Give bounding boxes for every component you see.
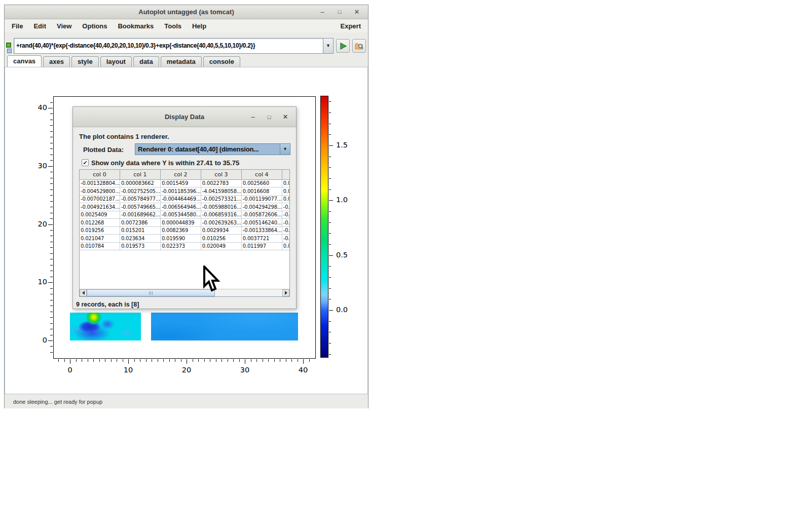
table-cell: 0.0025660 xyxy=(241,179,282,187)
menu-help[interactable]: Help xyxy=(192,22,206,30)
tick-mark xyxy=(50,247,53,248)
table-row[interactable]: 0.0025409-0.001689662...-0.005344580...-… xyxy=(80,211,290,219)
tick-mark xyxy=(286,359,286,362)
table-row[interactable]: -0.001328804...0.0000836620.00154590.002… xyxy=(80,179,290,187)
table-row[interactable]: -0.007002187...-0.005784977...-0.0044644… xyxy=(80,195,290,203)
scroll-right-icon[interactable] xyxy=(282,289,289,296)
colorbar-label: 1.0 xyxy=(336,196,353,204)
inspect-uri-button[interactable] xyxy=(352,39,366,53)
tab-metadata[interactable]: metadata xyxy=(161,56,202,67)
table-cell: 0.000044839 xyxy=(160,219,201,227)
tick-mark xyxy=(329,178,331,179)
table-row[interactable]: 0.0192560.0152010.00823690.0029934-0.001… xyxy=(80,226,290,235)
table-cell: 0.0016608 xyxy=(241,187,282,196)
table-row[interactable]: 0.0210470.0236340.0195900.0102560.003772… xyxy=(80,235,290,243)
close-icon[interactable]: ✕ xyxy=(352,5,362,19)
tab-axes[interactable]: axes xyxy=(43,56,70,67)
tab-layout[interactable]: layout xyxy=(100,56,132,67)
tick-mark xyxy=(329,266,331,267)
menu-view[interactable]: View xyxy=(57,22,71,30)
table-row[interactable]: -0.004921634...-0.005749665...-0.0065649… xyxy=(80,203,290,211)
menu-file[interactable]: File xyxy=(12,22,23,30)
tab-data[interactable]: data xyxy=(133,56,159,67)
horizontal-scrollbar[interactable] xyxy=(80,289,289,296)
tab-style[interactable]: style xyxy=(71,56,99,67)
table-cell: 0.020049 xyxy=(201,242,241,250)
plotted-data-label: Plotted Data: xyxy=(83,146,124,154)
table-cell: 0.00 xyxy=(282,187,290,196)
menu-edit[interactable]: Edit xyxy=(33,22,46,30)
table-cell: 0.0022783 xyxy=(201,179,241,187)
tick-mark xyxy=(99,359,100,362)
tick-mark xyxy=(50,329,53,329)
plotted-data-combobox[interactable]: Renderer 0: dataset[40,40] (dimension...… xyxy=(135,143,290,155)
tick-mark xyxy=(329,332,331,332)
scroll-left-icon[interactable] xyxy=(80,289,87,296)
tick-mark xyxy=(329,233,331,234)
tick-mark xyxy=(117,359,117,362)
table-cell: -0.0 xyxy=(282,226,290,235)
spectrogram-strip-left xyxy=(70,313,141,340)
minimize-icon[interactable]: – xyxy=(317,5,327,19)
tab-bar: canvasaxesstylelayoutdatametadataconsole xyxy=(5,55,368,67)
go-button[interactable] xyxy=(336,39,350,53)
tick-mark xyxy=(50,335,53,335)
tick-mark xyxy=(50,294,53,294)
tick-mark xyxy=(239,359,240,362)
scrollbar-thumb[interactable] xyxy=(87,289,215,296)
tick-mark xyxy=(329,321,331,322)
menu-options[interactable]: Options xyxy=(82,22,107,30)
tick-mark xyxy=(50,300,53,300)
combobox-arrow-icon[interactable]: ▼ xyxy=(280,144,290,155)
table-cell: -0.002573321... xyxy=(201,195,241,203)
tick-mark xyxy=(50,113,53,114)
table-cell: -0.005146240... xyxy=(241,219,282,227)
tick-mark xyxy=(105,359,105,362)
tick-mark xyxy=(50,352,53,353)
tick-mark xyxy=(50,265,53,265)
expert-menu[interactable]: Expert xyxy=(341,22,361,30)
y-filter-checkbox[interactable]: ✔ xyxy=(82,159,89,166)
tab-console[interactable]: console xyxy=(203,56,240,67)
tick-mark xyxy=(50,195,53,196)
tick-mark xyxy=(329,288,331,289)
table-cell: -0.005872606... xyxy=(241,211,282,219)
menu-items: FileEditViewOptionsBookmarksToolsHelp xyxy=(12,22,217,30)
table-row[interactable]: 0.0107840.0195730.0223730.0200490.011997… xyxy=(80,242,290,250)
dialog-title: Display Data xyxy=(73,107,296,127)
table-cell: -0.002639263... xyxy=(201,219,241,227)
records-summary: 9 records, each is [8] xyxy=(76,301,139,308)
tick-mark xyxy=(329,277,331,278)
dialog-maximize-icon[interactable]: □ xyxy=(265,110,274,124)
table-cell: 0.023634 xyxy=(120,235,160,243)
tick-mark xyxy=(50,102,53,103)
window-title: Autoplot untagged (as tomcat) xyxy=(5,5,368,19)
window-titlebar[interactable]: Autoplot untagged (as tomcat) – □ ✕ xyxy=(5,5,368,19)
tick-mark xyxy=(76,359,77,362)
data-table-container[interactable]: col 0col 1col 2col 3col 4 -0.001328804..… xyxy=(79,169,290,297)
tick-mark xyxy=(50,125,53,126)
table-cell: 0.021047 xyxy=(80,235,120,243)
dialog-minimize-icon[interactable]: – xyxy=(248,110,257,124)
tick-mark xyxy=(93,359,94,362)
tick-mark xyxy=(298,359,298,362)
tick-mark xyxy=(50,137,53,137)
tick-mark xyxy=(50,189,53,190)
maximize-icon[interactable]: □ xyxy=(335,5,345,19)
table-cell: 0.0072386 xyxy=(120,219,160,227)
tick-mark xyxy=(228,359,228,362)
tab-canvas[interactable]: canvas xyxy=(7,55,42,67)
blue-square-icon xyxy=(7,49,12,53)
column-header xyxy=(282,170,290,179)
table-row[interactable]: 0.0122680.00723860.000044839-0.002639263… xyxy=(80,219,290,227)
uri-dropdown-icon[interactable]: ▼ xyxy=(323,38,334,54)
uri-input[interactable]: +rand{40,40}*{exp{-distance{40,40,20,20,… xyxy=(14,38,323,54)
table-cell: 0.019573 xyxy=(120,242,160,250)
tick-mark xyxy=(50,218,53,219)
menu-tools[interactable]: Tools xyxy=(164,22,181,30)
dialog-close-icon[interactable]: ✕ xyxy=(281,110,290,124)
table-row[interactable]: -0.004529800...-0.002752505...-0.0011853… xyxy=(80,187,290,196)
menu-bookmarks[interactable]: Bookmarks xyxy=(118,22,154,30)
dialog-titlebar[interactable]: Display Data – □ ✕ xyxy=(73,107,296,127)
column-header: col 0 xyxy=(80,170,120,179)
